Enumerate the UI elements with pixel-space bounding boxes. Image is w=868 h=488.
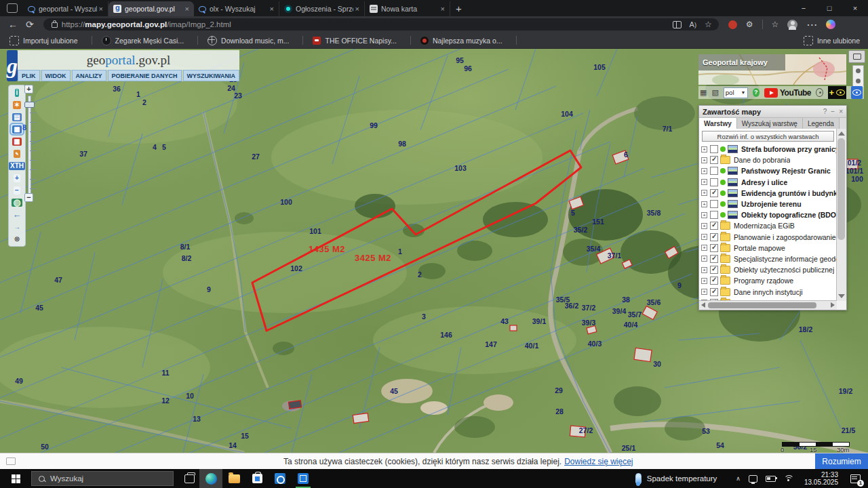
- wifi-icon[interactable]: [784, 475, 793, 482]
- vertical-scroll-thumb[interactable]: [837, 138, 845, 240]
- panel-horizontal-scrollbar[interactable]: [699, 300, 837, 310]
- expand-layer-icon[interactable]: +: [701, 267, 707, 273]
- taskbar-clock[interactable]: 21:33 13.05.2025: [804, 471, 838, 486]
- menu-item[interactable]: WYSZUKIWANIA: [183, 70, 240, 81]
- expand-layer-icon[interactable]: +: [701, 289, 707, 295]
- browser-tab[interactable]: Nowa karta ×: [365, 1, 450, 16]
- browser-menu-icon[interactable]: ⋯: [806, 18, 817, 31]
- panel-title-bar[interactable]: Zawartość mapy ? − ×: [699, 106, 846, 118]
- other-favorites-button[interactable]: Inne ulubione: [804, 36, 860, 45]
- map-tool-button[interactable]: −: [11, 185, 23, 195]
- maximize-button[interactable]: □: [816, 0, 842, 16]
- geoportal-logo[interactable]: g: [7, 50, 18, 81]
- address-bar[interactable]: https://mapy.geoportal.gov.pl/imap/Imgp_…: [43, 18, 719, 30]
- tab-close-icon[interactable]: ×: [353, 5, 361, 13]
- expand-layer-icon[interactable]: +: [701, 179, 707, 185]
- bookmark-item[interactable]: Download music, m...: [208, 36, 303, 45]
- browser-tab[interactable]: olx - Wyszukaj ×: [194, 1, 279, 16]
- layer-row[interactable]: + Państwowy Rejestr Granic: [699, 165, 837, 176]
- basemap-icon[interactable]: ▧: [711, 88, 718, 97]
- map-tool-button[interactable]: ✶: [11, 100, 23, 110]
- layer-row[interactable]: + Adresy i ulice: [699, 177, 837, 188]
- panel-tab[interactable]: Wyszukaj warstwę: [737, 118, 803, 129]
- layer-row[interactable]: + Uzbrojenie terenu: [699, 199, 837, 209]
- browser-tab[interactable]: geoportal - Wyszukaj ×: [23, 1, 108, 16]
- taskbar-app-remote[interactable]: [292, 469, 315, 488]
- layer-checkbox[interactable]: [710, 244, 718, 252]
- layer-checkbox[interactable]: [710, 145, 718, 153]
- panel-vertical-scrollbar[interactable]: [836, 129, 846, 301]
- layer-row[interactable]: + Specjalistyczne informacje geodezyjne: [699, 253, 837, 264]
- panel-close-icon[interactable]: ×: [839, 108, 843, 115]
- cookie-learn-more-link[interactable]: Dowiedz się więcej: [564, 457, 633, 466]
- bookmark-item[interactable]: Najlepsza muzyka o...: [420, 36, 517, 45]
- expand-layer-icon[interactable]: +: [701, 256, 707, 262]
- expand-layer-icon[interactable]: +: [701, 146, 707, 152]
- scroll-down-icon[interactable]: [838, 294, 845, 298]
- cookie-accept-button[interactable]: Rozumiem: [815, 453, 868, 470]
- layer-row[interactable]: + Portale mapowe: [699, 243, 837, 253]
- layer-checkbox[interactable]: [710, 277, 718, 285]
- new-tab-button[interactable]: +: [456, 3, 462, 14]
- taskbar-app-edge[interactable]: [199, 469, 222, 488]
- bookmark-item[interactable]: Importuj ulubione: [9, 36, 92, 45]
- grid-view-icon[interactable]: ▦: [700, 88, 707, 97]
- layer-checkbox[interactable]: [710, 222, 718, 230]
- panel-tab[interactable]: Legenda: [803, 118, 840, 129]
- layer-checkbox[interactable]: [710, 233, 718, 241]
- expand-layer-icon[interactable]: +: [701, 234, 707, 240]
- read-aloud-icon[interactable]: A): [690, 20, 696, 28]
- ublock-extension-icon[interactable]: [728, 20, 737, 29]
- layer-row[interactable]: + Ewidencja gruntów i budynków: [699, 188, 837, 199]
- tab-actions-icon[interactable]: [7, 3, 18, 13]
- tab-close-icon[interactable]: ×: [97, 5, 105, 13]
- taskbar-weather[interactable]: Spadek temperatury: [635, 473, 717, 485]
- layer-checkbox[interactable]: [710, 255, 718, 263]
- map-tool-button[interactable]: ▤: [11, 112, 23, 122]
- layer-row[interactable]: + Obiekty topograficzne (BDOT500): [699, 209, 837, 220]
- taskbar-app-outlook[interactable]: [269, 469, 292, 488]
- contrast-plus-icon[interactable]: +: [829, 87, 835, 98]
- tab-close-icon[interactable]: ×: [439, 5, 447, 13]
- task-view-button[interactable]: [179, 469, 199, 488]
- expand-layer-icon[interactable]: +: [701, 212, 707, 218]
- panel-minimize-icon[interactable]: −: [831, 108, 835, 115]
- visibility-toggle-button[interactable]: [851, 86, 863, 99]
- tray-expand-icon[interactable]: ∧: [736, 475, 741, 482]
- close-button[interactable]: ×: [842, 0, 868, 16]
- bookmark-item[interactable]: Zegarek Męski Casi...: [102, 36, 199, 45]
- layer-checkbox[interactable]: [710, 167, 718, 175]
- expand-layer-icon[interactable]: +: [701, 278, 707, 284]
- taskbar-app-explorer[interactable]: [222, 469, 245, 488]
- panel-tab[interactable]: Warstwy: [699, 118, 737, 129]
- back-icon[interactable]: ←: [8, 19, 18, 30]
- expand-layer-icon[interactable]: +: [701, 168, 707, 174]
- layer-checkbox[interactable]: [710, 288, 718, 296]
- horizontal-scroll-thumb[interactable]: [708, 302, 816, 308]
- tab-close-icon[interactable]: ×: [183, 5, 191, 13]
- map-tool-button[interactable]: →: [11, 222, 23, 232]
- expand-layer-icon[interactable]: +: [701, 190, 707, 196]
- language-select[interactable]: pol▼: [724, 87, 748, 98]
- zoom-in-button[interactable]: +: [24, 85, 33, 94]
- layer-row[interactable]: + Strefa buforowa przy granicy polsko-bi…: [699, 144, 837, 155]
- minimize-button[interactable]: −: [791, 0, 816, 16]
- youtube-link[interactable]: YouTube: [764, 88, 811, 98]
- expand-layer-icon[interactable]: +: [701, 157, 707, 163]
- scroll-left-icon[interactable]: [701, 302, 705, 308]
- panel-help-icon[interactable]: ?: [823, 108, 827, 115]
- zoom-out-button[interactable]: −: [24, 193, 33, 202]
- favorites-bar-icon[interactable]: ☆: [772, 20, 779, 29]
- scroll-up-icon[interactable]: [838, 131, 845, 136]
- split-screen-icon[interactable]: [673, 21, 682, 28]
- browser-tab[interactable]: Ogłoszenia - Sprzedam, kupię na ×: [279, 1, 365, 16]
- map-tool-button[interactable]: ▦: [11, 136, 23, 146]
- map-tool-button[interactable]: XTH: [11, 161, 23, 171]
- phone-link-icon[interactable]: [749, 475, 757, 483]
- snapshot-camera-button[interactable]: [848, 50, 865, 63]
- taskbar-search-input[interactable]: Wyszukaj: [31, 471, 174, 486]
- map-tool-button[interactable]: ←: [11, 209, 23, 220]
- layer-row[interactable]: + Dane innych instytucji: [699, 286, 837, 297]
- layer-checkbox[interactable]: [710, 189, 718, 197]
- notification-center-button[interactable]: 1: [845, 469, 865, 488]
